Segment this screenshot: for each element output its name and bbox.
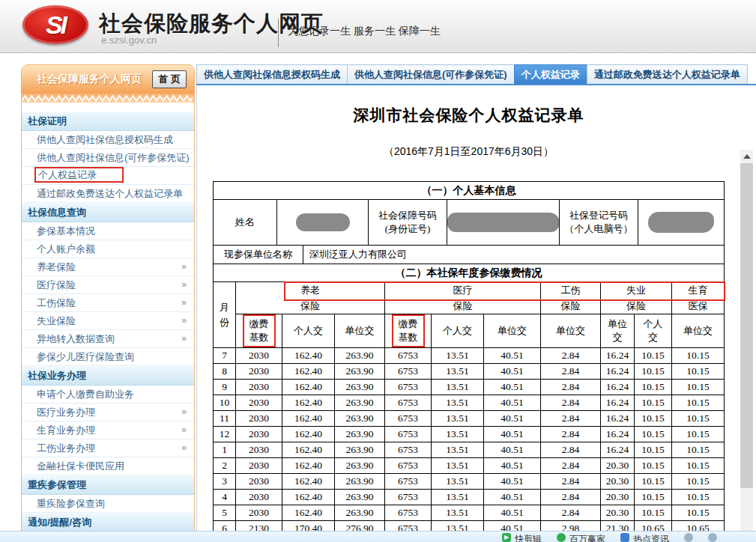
content-panel: 深圳市社会保险个人权益记录单 （2016年7月1日至2017年6月30日） （一… (196, 85, 740, 542)
chevron-right-icon: » (181, 312, 187, 329)
value-cell: 10.15 (635, 380, 672, 395)
sidebar-item-label: 重疾险参保查询 (37, 498, 105, 509)
value-cell: 20.30 (601, 474, 635, 490)
sidebar-item[interactable]: 申请个人缴费自助业务 (22, 386, 194, 404)
sidebar-item[interactable]: 工伤业务办理» (22, 439, 194, 457)
month-cell: 3 (214, 474, 236, 490)
month-cell: 9 (214, 380, 236, 395)
scroll-up-button[interactable] (740, 150, 753, 163)
sidebar-item[interactable]: 养老保险» (22, 258, 194, 276)
table-row: 42030162.40263.90675313.5140.512.8420.30… (214, 490, 725, 505)
up-arrow-icon (743, 154, 751, 159)
record-period: （2016年7月1日至2017年6月30日） (197, 145, 740, 159)
sidebar-title: 社会保障服务个人网页 (37, 73, 142, 86)
value-cell: 162.40 (282, 427, 335, 442)
month-cell: 4 (214, 490, 236, 505)
value-cell: 10.15 (635, 348, 672, 364)
main-scrollbar[interactable] (740, 150, 753, 532)
sidebar-section-header: 社保业务办理 (22, 366, 194, 386)
value-cell: 2030 (236, 348, 282, 364)
sub-header-label: 单位交 (556, 325, 585, 336)
sub-column-header: 单位交 (484, 314, 541, 348)
value-cell: 6753 (385, 458, 432, 474)
sub-column-header: 单位交 (672, 314, 725, 348)
month-label-line: 份 (214, 315, 235, 330)
sidebar-item[interactable]: 异地转入数据查询» (22, 330, 194, 348)
value-cell: 10.15 (635, 458, 672, 474)
site-tagline: 为您记录一生 服务一生 保障一生 (288, 25, 441, 38)
name-value-redacted (277, 200, 369, 246)
value-cell: 263.90 (335, 380, 385, 395)
sidebar-item[interactable]: 重疾险参保查询 (22, 495, 194, 513)
sidebar-item[interactable]: 医疗业务办理» (22, 404, 194, 421)
value-cell: 6753 (385, 505, 432, 521)
value-cell: 10.15 (672, 458, 725, 474)
sidebar-item-label: 参保基本情况 (37, 225, 95, 237)
winner-icon (557, 533, 566, 542)
sidebar-item[interactable]: 生育业务办理» (22, 421, 194, 439)
value-cell: 13.51 (432, 395, 484, 411)
ssn-label: 社会保障号码 (身份证号) (369, 200, 447, 246)
sub-header-label: 个人交 (294, 325, 323, 336)
sidebar-item[interactable]: 医疗保险» (22, 276, 194, 294)
sub-column-header: 缴费基数 (385, 314, 432, 348)
chevron-right-icon: » (181, 258, 187, 275)
sidebar-item-label: 养老保险 (37, 261, 76, 272)
sidebar-item[interactable]: 金融社保卡便民应用 (22, 457, 194, 475)
value-cell: 6753 (385, 380, 432, 395)
sidebar-item[interactable]: 参保基本情况 (22, 222, 194, 240)
sidebar-item[interactable]: 供他人查阅社保信息授权码生成 (22, 131, 194, 149)
value-cell: 13.51 (432, 458, 484, 474)
tab[interactable]: 供他人查阅社保信息授权码生成 (196, 64, 347, 84)
name-label: 姓名 (214, 200, 277, 246)
value-cell: 162.40 (282, 458, 335, 474)
sidebar-item[interactable]: 参保少儿医疗保险查询 (22, 348, 194, 366)
payment-table-wrap: （二）本社保年度参保缴费情况 月份养老保险医疗保险工伤保险失业保险生育医保 缴费… (213, 264, 724, 537)
sidebar-item[interactable]: 个人权益记录 (22, 167, 194, 185)
value-cell: 10.15 (635, 427, 672, 442)
value-cell: 6753 (385, 490, 432, 505)
tab[interactable]: 供他人查阅社保信息(可作参保凭证) (347, 64, 514, 84)
table-row: 92030162.40263.90675313.5140.512.8416.24… (214, 380, 725, 395)
employer-table: 现参保单位名称 深圳泛亚人力有限公司 (213, 245, 725, 264)
sidebar-item[interactable]: 供他人查阅社保信息(可作参保凭证) (22, 149, 194, 167)
news-icon (620, 533, 629, 542)
reg-label: 社保登记号码 （个人电脑号） (560, 200, 638, 246)
sidebar-item[interactable]: 失业保险» (22, 312, 194, 330)
sub-column-header: 个人交 (635, 314, 672, 348)
annotation-red-box-sidebar: 个人权益记录 (34, 167, 124, 183)
value-cell: 2.84 (541, 458, 601, 474)
globe-icon[interactable] (684, 533, 693, 542)
statusbar-item[interactable]: 百万赢家 (557, 533, 605, 542)
share-icon[interactable] (708, 533, 717, 542)
table-row: 22030162.40263.90675313.5140.512.8420.30… (214, 458, 725, 474)
value-cell: 10.15 (635, 474, 672, 490)
sidebar-item[interactable]: 通过邮政免费送达个人权益记录单 (22, 185, 194, 203)
sidebar-item-label: 参保少儿医疗保险查询 (37, 351, 134, 362)
reg-value-redacted (638, 200, 725, 246)
value-cell: 2030 (236, 395, 282, 411)
sidebar-item-label: 个人权益记录 (38, 169, 97, 180)
sidebar-item[interactable]: 个人账户余额 (22, 240, 194, 258)
value-cell: 16.24 (601, 348, 635, 364)
scrollbar-thumb[interactable] (740, 163, 753, 488)
statusbar-item[interactable]: ▶快剪辑 (502, 533, 542, 542)
value-cell: 13.51 (432, 490, 484, 505)
value-cell: 162.40 (282, 474, 335, 490)
value-cell: 40.51 (484, 380, 541, 395)
value-cell: 6753 (385, 348, 432, 364)
home-button[interactable]: 首 页 (152, 70, 187, 88)
month-cell: 10 (214, 395, 236, 411)
sub-header-label: 单位交 (683, 325, 713, 336)
table-row: 72030162.40263.90675313.5140.512.8416.24… (214, 348, 725, 364)
statusbar-item[interactable]: 热点资讯 (620, 533, 669, 542)
sidebar-item[interactable]: 工伤保险» (22, 294, 194, 312)
group-name-line2: 医保 (672, 298, 724, 314)
tab[interactable]: 个人权益记录 (514, 64, 587, 84)
tab[interactable]: 通过邮政免费送达个人权益记录单 (587, 64, 748, 84)
value-cell: 10.15 (672, 395, 725, 411)
group-name: 失业 (601, 282, 671, 298)
group-name-line2: 保险 (236, 298, 384, 314)
sub-column-header: 个人交 (432, 314, 484, 348)
play-icon: ▶ (502, 533, 511, 542)
